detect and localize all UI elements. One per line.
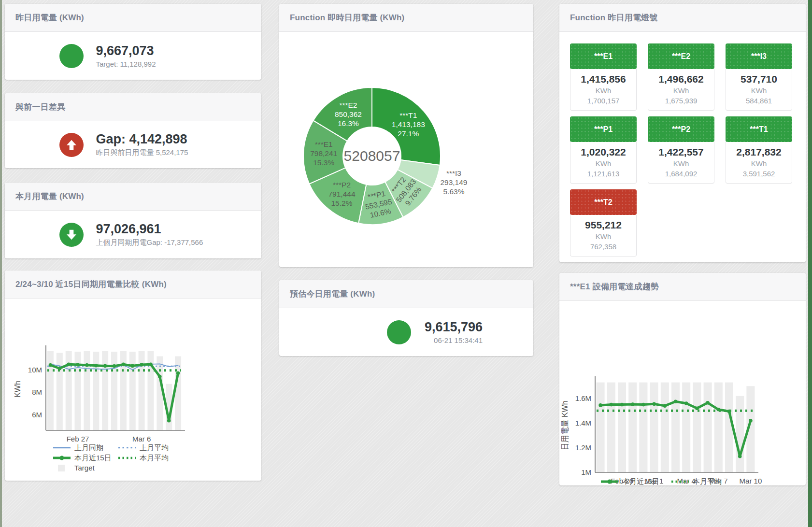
panel-yesterday-usage: 昨日用電量 (KWh) 9,667,073 Target: 11,128,992 bbox=[5, 4, 261, 80]
series-marker bbox=[67, 363, 71, 367]
panel-compare-header: 2/24~3/10 近15日同期用電量比較 (KWh) bbox=[5, 271, 261, 299]
target-bar bbox=[111, 352, 117, 430]
light-tile: ***P21,422,557KWh1,684,092 bbox=[648, 116, 714, 184]
estimate-value: 9,615,796 bbox=[425, 320, 483, 335]
target-bar bbox=[639, 383, 647, 472]
light-tile-body: 1,496,662KWh1,675,939 bbox=[648, 69, 714, 111]
light-tile-body: 1,415,856KWh1,700,157 bbox=[570, 69, 637, 111]
target-bar bbox=[157, 356, 163, 430]
light-tile: ***I3537,710KWh584,861 bbox=[726, 43, 792, 111]
target-bar bbox=[597, 383, 605, 472]
panel-e1-trend-title: ***E1 設備用電達成趨勢 bbox=[570, 281, 659, 292]
panel-gap-prev-day: 與前一日差異 Gap: 4,142,898 昨日與前日用電量 5,524,175 bbox=[5, 93, 261, 168]
light-tile-header: ***I3 bbox=[726, 43, 792, 69]
light-tile-value: 2,817,832 bbox=[726, 145, 792, 158]
legend-label: 上月平均 bbox=[140, 443, 169, 452]
target-bar bbox=[682, 383, 690, 472]
panel-compare-body: 6M8M10MFeb 27Mar 6KWh上月同期上月平均本月近15日本月平均T… bbox=[5, 299, 261, 483]
lights-grid: ***E11,415,856KWh1,700,157***E21,496,662… bbox=[559, 32, 806, 256]
series-marker bbox=[76, 363, 80, 367]
y-tick-label: 8M bbox=[32, 388, 42, 396]
target-bar bbox=[57, 353, 63, 430]
series-marker bbox=[103, 364, 107, 368]
panel-compare-title: 2/24~3/10 近15日同期用電量比較 (KWh) bbox=[15, 279, 167, 290]
gap-subtitle: 昨日與前日用電量 5,524,175 bbox=[96, 148, 207, 157]
month-usage-gap: 上個月同期用電Gap: -17,377,566 bbox=[96, 238, 207, 247]
panel-estimate-header: 預估今日用電量 (KWh) bbox=[279, 280, 533, 308]
light-tile-unit: KWh bbox=[570, 158, 636, 169]
light-tile-unit: KWh bbox=[648, 158, 714, 169]
light-tile-unit: KWh bbox=[570, 231, 636, 242]
series-marker bbox=[49, 363, 53, 367]
light-tile-header: ***P2 bbox=[648, 116, 714, 142]
series-marker bbox=[674, 399, 678, 403]
series-marker bbox=[113, 364, 116, 368]
legend-label: 本月平均 bbox=[693, 477, 722, 485]
light-tile-header: ***E2 bbox=[648, 43, 714, 69]
x-tick-label: Mar 6 bbox=[132, 435, 151, 443]
target-bar bbox=[102, 351, 108, 430]
target-bar bbox=[129, 352, 136, 430]
panel-yesterday-title: 昨日用電量 (KWh) bbox=[15, 12, 84, 23]
panel-gap-body: Gap: 4,142,898 昨日與前日用電量 5,524,175 bbox=[5, 121, 261, 168]
status-circle-icon bbox=[59, 44, 84, 68]
panel-gap-title: 與前一日差異 bbox=[15, 101, 65, 113]
y-tick-label: 1.6M bbox=[575, 394, 591, 402]
series-marker bbox=[727, 410, 731, 413]
series-marker bbox=[176, 371, 180, 375]
light-tile-label: ***T1 bbox=[750, 125, 768, 134]
light-tile-value: 955,212 bbox=[570, 218, 636, 231]
x-tick-label: Mar 10 bbox=[740, 477, 762, 485]
series-marker bbox=[652, 402, 656, 406]
series-marker bbox=[167, 419, 171, 423]
light-tile-body: 1,422,557KWh1,684,092 bbox=[648, 142, 714, 184]
target-bar bbox=[704, 383, 712, 472]
light-tile-body: 2,817,832KWh3,591,562 bbox=[726, 142, 792, 184]
series-marker bbox=[149, 363, 153, 367]
light-tile-label: ***T2 bbox=[594, 198, 612, 207]
target-bar bbox=[736, 396, 744, 472]
light-tile-header: ***T1 bbox=[726, 116, 792, 142]
y-tick-label: 1.2M bbox=[575, 443, 591, 452]
y-tick-label: 1.4M bbox=[575, 419, 591, 427]
legend-label: Target bbox=[74, 464, 95, 472]
target-bar bbox=[93, 352, 99, 430]
panel-lights-header: Function 昨日用電燈號 bbox=[559, 4, 806, 32]
target-bar bbox=[693, 383, 701, 472]
series-marker bbox=[598, 403, 602, 407]
y-tick-label: 10M bbox=[28, 366, 42, 374]
light-tile-header: ***T2 bbox=[570, 189, 637, 215]
legend-marker-swatch bbox=[608, 480, 612, 484]
light-tile-target: 762,358 bbox=[570, 242, 636, 252]
series-marker bbox=[140, 363, 143, 367]
target-bar bbox=[47, 351, 54, 430]
y-axis-title: 日用電量 KWh bbox=[561, 400, 569, 450]
series-marker bbox=[738, 455, 742, 458]
target-bar bbox=[650, 383, 658, 472]
light-tile-body: 1,020,322KWh1,121,613 bbox=[570, 142, 637, 184]
series-marker bbox=[94, 364, 98, 368]
light-tile-label: ***I3 bbox=[751, 52, 767, 61]
yesterday-usage-value: 9,667,073 bbox=[96, 43, 207, 58]
light-tile: ***E21,496,662KWh1,675,939 bbox=[648, 43, 714, 111]
light-tile: ***P11,020,322KWh1,121,613 bbox=[570, 116, 637, 184]
y-tick-label: 6M bbox=[32, 411, 42, 419]
panel-estimate-today: 預估今日用電量 (KWh) 9,615,796 06-21 15:34:41 bbox=[279, 280, 533, 356]
legend-label: 本月平均 bbox=[140, 454, 169, 462]
panel-yesterday-body: 9,667,073 Target: 11,128,992 bbox=[5, 32, 261, 80]
e1-trend-chart: 1M1.2M1.4M1.6MFeb 26Mar 1Mar 4Mar 7Mar 1… bbox=[559, 301, 806, 486]
panel-compare-15days: 2/24~3/10 近15日同期用電量比較 (KWh) 6M8M10MFeb 2… bbox=[5, 271, 261, 481]
light-tile-body: 537,710KWh584,861 bbox=[726, 69, 792, 111]
series-marker bbox=[749, 419, 753, 423]
legend-target-swatch bbox=[58, 465, 65, 471]
panel-month-usage: 本月用電量 (KWh) 97,026,961 上個月同期用電Gap: -17,3… bbox=[5, 183, 261, 258]
light-tile-value: 537,710 bbox=[726, 72, 792, 85]
arrow-up-circle-icon bbox=[59, 133, 84, 157]
light-tile-target: 3,591,562 bbox=[726, 169, 792, 179]
legend-label: 上月同期 bbox=[74, 443, 103, 452]
series-marker bbox=[641, 403, 645, 407]
series-marker bbox=[122, 363, 126, 367]
target-bar bbox=[671, 383, 680, 472]
panel-month-title: 本月用電量 (KWh) bbox=[15, 191, 84, 202]
y-tick-label: 1M bbox=[581, 468, 591, 476]
